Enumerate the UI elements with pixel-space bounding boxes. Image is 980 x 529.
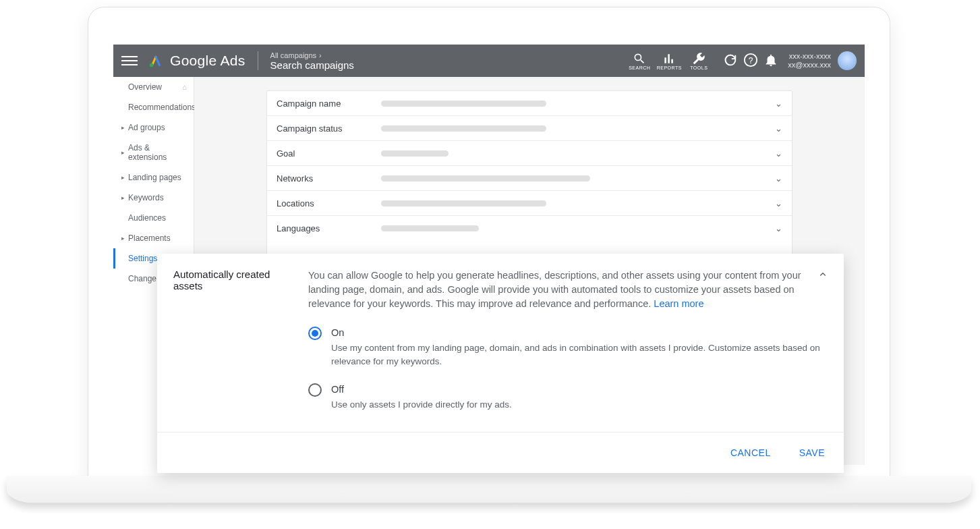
divider — [258, 51, 258, 70]
chevron-right-icon: › — [319, 51, 322, 59]
refresh-icon — [723, 53, 738, 67]
sidebar-item-ad-groups[interactable]: ▸ Ad groups — [113, 117, 194, 138]
laptop-base — [7, 476, 971, 503]
google-ads-logo-icon — [148, 53, 163, 68]
radio-off-title: Off — [331, 383, 512, 397]
avatar[interactable] — [838, 51, 857, 70]
caret-right-icon: ▸ — [121, 174, 125, 181]
tools-button[interactable]: TOOLS — [684, 52, 714, 70]
caret-right-icon: ▸ — [121, 235, 125, 242]
radio-option-on[interactable]: On Use my content from my landing page, … — [308, 326, 825, 368]
bar-chart-icon — [662, 52, 676, 65]
hamburger-menu-icon[interactable] — [121, 53, 138, 69]
sidebar-item-audiences[interactable]: Audiences — [113, 208, 194, 228]
radio-on-desc: Use my content from my landing page, dom… — [331, 341, 825, 368]
setting-row-locations[interactable]: Locations ⌄ — [267, 191, 792, 216]
setting-row-campaign-name[interactable]: Campaign name ⌄ — [267, 91, 792, 116]
panel-description: You can allow Google to help you generat… — [308, 270, 801, 309]
help-icon: ? — [743, 53, 758, 67]
learn-more-link[interactable]: Learn more — [654, 298, 703, 309]
caret-right-icon: ▸ — [121, 124, 125, 131]
chevron-down-icon: ⌄ — [775, 173, 782, 184]
app-logo[interactable]: Google Ads — [148, 53, 246, 69]
radio-off-desc: Use only assets I provide directly for m… — [331, 398, 512, 412]
auto-created-assets-panel: Automatically created assets You can all… — [157, 254, 844, 473]
sidebar-item-overview[interactable]: Overview ⌂ — [113, 77, 194, 97]
chevron-up-icon — [817, 269, 829, 281]
asset-mode-radiogroup: On Use my content from my landing page, … — [308, 326, 825, 412]
sidebar-item-placements[interactable]: ▸ Placements — [113, 228, 194, 248]
placeholder-skeleton — [381, 150, 449, 157]
notifications-button[interactable] — [763, 53, 778, 69]
search-button[interactable]: SEARCH — [625, 52, 654, 70]
bell-icon — [763, 53, 778, 67]
sidebar-item-ads-extensions[interactable]: ▸ Ads & extensions — [113, 138, 194, 167]
caret-right-icon: ▸ — [121, 194, 125, 201]
search-icon — [633, 52, 646, 65]
radio-unselected-icon — [308, 383, 322, 397]
reports-button[interactable]: REPORTS — [654, 52, 684, 70]
panel-title: Automatically created assets — [173, 269, 308, 414]
save-button[interactable]: SAVE — [794, 443, 830, 462]
radio-selected-icon — [308, 327, 322, 340]
chevron-down-icon: ⌄ — [775, 123, 782, 134]
collapse-button[interactable] — [817, 269, 829, 283]
svg-point-0 — [150, 63, 154, 67]
wrench-icon — [692, 52, 705, 65]
breadcrumb-top: All campaigns — [270, 51, 316, 59]
placeholder-skeleton — [381, 101, 546, 107]
placeholder-skeleton — [381, 175, 590, 182]
panel-actions: CANCEL SAVE — [157, 432, 844, 473]
app-logo-text: Google Ads — [170, 53, 246, 69]
sidebar-item-keywords[interactable]: ▸ Keywords — [113, 188, 194, 208]
app-header: Google Ads All campaigns › Search campai… — [113, 45, 865, 77]
panel-content: You can allow Google to help you generat… — [308, 269, 825, 414]
account-info: xxx-xxx-xxxx xx@xxxx.xxx — [788, 52, 831, 69]
breadcrumb[interactable]: All campaigns › Search campaigns — [270, 51, 354, 71]
radio-option-off[interactable]: Off Use only assets I provide directly f… — [308, 383, 825, 412]
refresh-button[interactable] — [723, 53, 738, 69]
sidebar-item-landing-pages[interactable]: ▸ Landing pages — [113, 167, 194, 188]
setting-row-goal[interactable]: Goal ⌄ — [267, 141, 792, 166]
setting-row-languages[interactable]: Languages ⌄ — [267, 216, 792, 241]
setting-row-networks[interactable]: Networks ⌄ — [267, 166, 792, 191]
placeholder-skeleton — [381, 126, 546, 132]
home-icon: ⌂ — [182, 83, 187, 91]
sidebar-item-recommendations[interactable]: Recommendations — [113, 97, 194, 117]
placeholder-skeleton — [381, 225, 479, 231]
help-button[interactable]: ? — [743, 53, 758, 69]
chevron-down-icon: ⌄ — [775, 148, 782, 159]
caret-right-icon: ▸ — [121, 149, 125, 156]
setting-row-campaign-status[interactable]: Campaign status ⌄ — [267, 116, 792, 141]
cancel-button[interactable]: CANCEL — [725, 443, 776, 462]
radio-on-title: On — [331, 326, 825, 340]
placeholder-skeleton — [381, 200, 546, 206]
svg-text:?: ? — [749, 55, 753, 65]
chevron-down-icon: ⌄ — [775, 223, 782, 233]
chevron-down-icon: ⌄ — [775, 99, 782, 109]
chevron-down-icon: ⌄ — [775, 198, 782, 208]
breadcrumb-current: Search campaigns — [270, 59, 354, 71]
